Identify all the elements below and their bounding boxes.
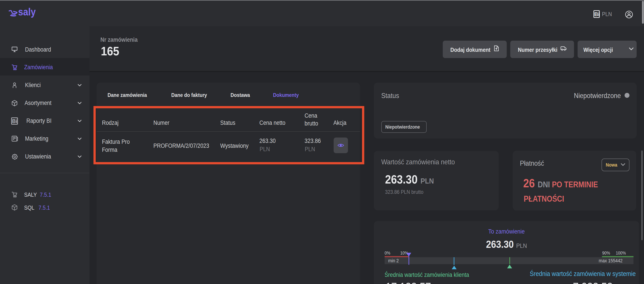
svg-text:Bi: Bi bbox=[594, 11, 600, 17]
svg-text:Bi: Bi bbox=[12, 118, 17, 124]
